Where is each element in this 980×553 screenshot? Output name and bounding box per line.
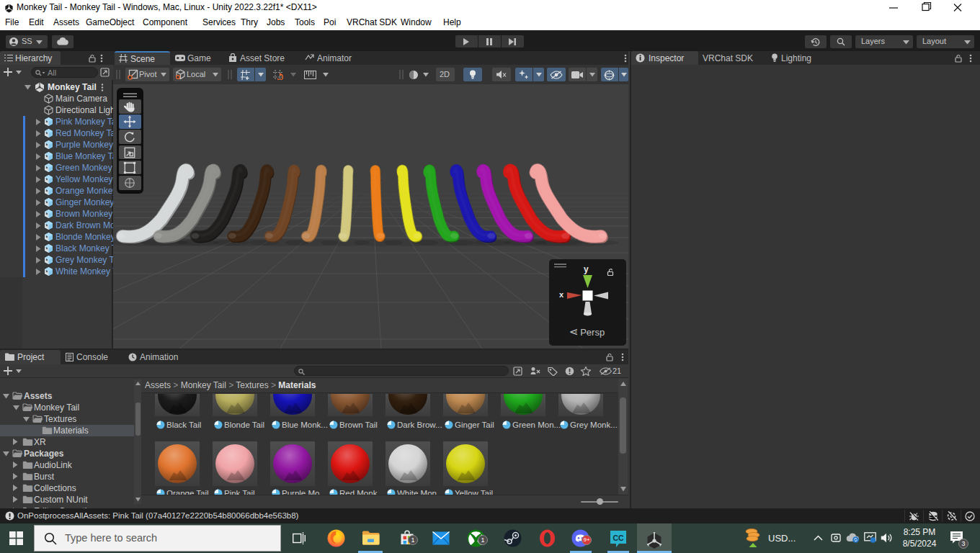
svg-text:CC: CC bbox=[612, 534, 624, 542]
